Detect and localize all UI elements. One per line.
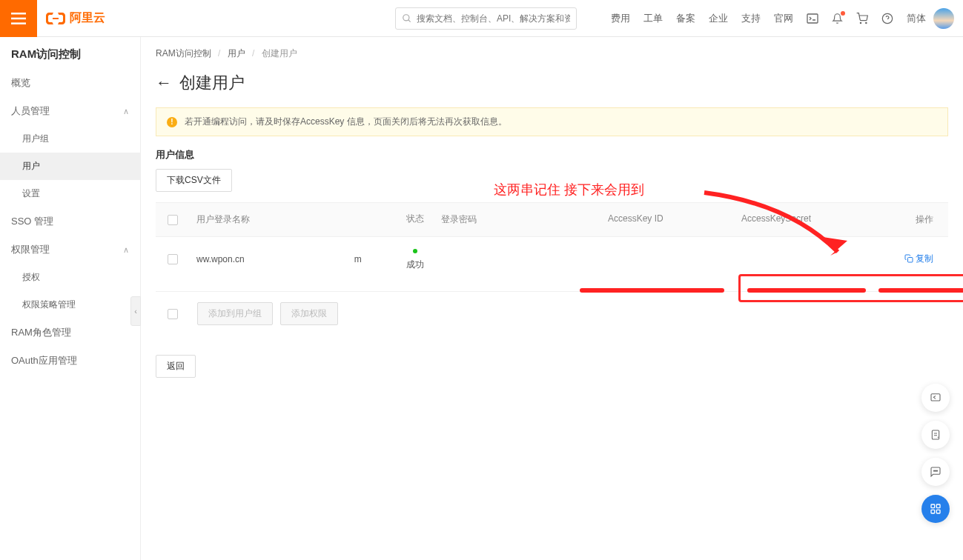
nav-ticket[interactable]: 工单	[643, 12, 663, 25]
float-buttons	[921, 384, 950, 523]
warning-icon: !	[167, 117, 177, 127]
sidebar-item-policy[interactable]: 权限策略管理	[0, 291, 140, 319]
alert-text: 若开通编程访问，请及时保存AccessKey 信息，页面关闭后将无法再次获取信息…	[185, 116, 507, 128]
logo[interactable]: 阿里云	[46, 10, 105, 26]
sidebar-item-perm[interactable]: 权限管理∧	[0, 236, 140, 264]
sidebar-item-oauth[interactable]: OAuth应用管理	[0, 347, 140, 375]
header-checkbox[interactable]	[168, 215, 178, 225]
svg-rect-16	[931, 504, 935, 508]
notification-dot	[841, 11, 845, 16]
search-icon	[402, 13, 412, 24]
logo-text: 阿里云	[70, 10, 105, 26]
chevron-up-icon: ∧	[123, 245, 129, 255]
float-back-button[interactable]	[921, 384, 950, 412]
table-head: 用户登录名称 状态 登录密码 AccessKey ID AccessKeySec…	[156, 202, 948, 237]
cart-button[interactable]	[856, 13, 868, 24]
th-op: 操作	[897, 203, 948, 236]
sidebar-collapse-button[interactable]: ‹	[130, 296, 141, 326]
section-title: 用户信息	[156, 148, 948, 161]
back-square-icon	[929, 392, 942, 404]
add-to-group-button[interactable]: 添加到用户组	[197, 302, 273, 325]
top-header: 阿里云 费用 工单 备案 企业 支持 官网 简体	[0, 0, 963, 37]
breadcrumb-l2[interactable]: 用户	[228, 48, 245, 59]
table-row: ww.wpon.cnhiddenm 成功 复制	[156, 237, 948, 281]
page-title: 创建用户	[179, 72, 245, 94]
sidebar-item-settings[interactable]: 设置	[0, 180, 140, 207]
float-doc-button[interactable]	[921, 421, 950, 449]
download-csv-button[interactable]: 下载CSV文件	[156, 169, 232, 192]
sidebar-item-user[interactable]: 用户	[0, 153, 140, 180]
chat-icon	[929, 466, 942, 478]
document-icon	[930, 428, 942, 441]
svg-point-15	[936, 470, 937, 471]
apps-icon	[930, 503, 942, 515]
sidebar-item-people[interactable]: 人员管理∧	[0, 97, 140, 125]
cell-username: ww.wpon.cnhiddenm	[189, 244, 397, 275]
page-title-row: ← 创建用户	[156, 72, 948, 94]
cell-op: 复制	[897, 242, 948, 276]
svg-rect-17	[936, 504, 940, 508]
return-button[interactable]: 返回	[156, 355, 196, 378]
notifications-button[interactable]	[832, 13, 843, 24]
breadcrumb: RAM访问控制 / 用户 / 创建用户	[156, 47, 948, 60]
search-input[interactable]	[417, 13, 570, 24]
action-row: 添加到用户组 添加权限	[156, 291, 948, 325]
svg-point-6	[860, 22, 861, 23]
copy-button[interactable]: 复制	[904, 253, 933, 265]
svg-line-4	[408, 19, 411, 21]
sidebar: RAM访问控制 概览 人员管理∧ 用户组 用户 设置 SSO 管理 权限管理∧ …	[0, 37, 141, 560]
th-status: 状态	[397, 203, 434, 236]
cart-icon	[856, 13, 868, 24]
cell-aksec	[734, 249, 897, 270]
svg-point-13	[933, 470, 934, 471]
cell-password	[434, 249, 600, 270]
nav-enterprise[interactable]: 企业	[709, 12, 728, 25]
aliyun-logo-icon	[46, 11, 65, 26]
sidebar-item-overview[interactable]: 概览	[0, 69, 140, 97]
bulk-checkbox[interactable]	[168, 309, 178, 319]
th-name: 用户登录名称	[189, 203, 397, 236]
hamburger-menu-button[interactable]	[0, 0, 37, 37]
svg-point-3	[403, 14, 409, 20]
avatar[interactable]	[933, 8, 954, 29]
float-chat-button[interactable]	[921, 458, 950, 486]
add-perm-button[interactable]: 添加权限	[280, 302, 338, 325]
svg-point-14	[935, 470, 936, 471]
sidebar-title: RAM访问控制	[0, 37, 140, 69]
annotation-text: 这两串记住 接下来会用到	[494, 181, 644, 199]
th-akid: AccessKey ID	[600, 203, 734, 236]
cell-status: 成功	[397, 237, 434, 281]
svg-rect-18	[931, 510, 935, 513]
nav-website[interactable]: 官网	[774, 12, 793, 25]
nav-icp[interactable]: 备案	[676, 12, 695, 25]
svg-rect-19	[936, 510, 940, 513]
th-password: 登录密码	[434, 203, 600, 236]
sidebar-item-grant[interactable]: 授权	[0, 264, 140, 291]
svg-point-7	[866, 22, 867, 23]
svg-rect-11	[931, 394, 940, 401]
main-content: RAM访问控制 / 用户 / 创建用户 ← 创建用户 ! 若开通编程访问，请及时…	[141, 37, 963, 560]
copy-icon	[904, 254, 913, 263]
svg-rect-5	[807, 14, 818, 23]
status-dot-icon	[413, 249, 417, 253]
svg-rect-9	[908, 258, 913, 263]
sidebar-item-sso[interactable]: SSO 管理	[0, 207, 140, 236]
breadcrumb-l1[interactable]: RAM访问控制	[156, 48, 211, 59]
alert-bar: ! 若开通编程访问，请及时保存AccessKey 信息，页面关闭后将无法再次获取…	[156, 107, 948, 136]
help-button[interactable]	[881, 13, 893, 24]
chevron-up-icon: ∧	[123, 107, 129, 116]
top-nav: 费用 工单 备案 企业 支持 官网 简体	[611, 12, 926, 25]
nav-support[interactable]: 支持	[741, 12, 761, 25]
row-checkbox[interactable]	[168, 254, 178, 264]
float-apps-button[interactable]	[921, 495, 950, 523]
back-arrow[interactable]: ←	[156, 73, 172, 93]
svg-rect-12	[932, 430, 939, 439]
sidebar-item-usergroup[interactable]: 用户组	[0, 125, 140, 153]
terminal-icon[interactable]	[807, 13, 818, 24]
nav-fee[interactable]: 费用	[611, 12, 630, 25]
sidebar-item-role[interactable]: RAM角色管理	[0, 319, 140, 347]
lang-switch[interactable]: 简体	[907, 12, 926, 25]
search-box[interactable]	[395, 7, 577, 30]
breadcrumb-l3: 创建用户	[262, 48, 297, 59]
svg-point-8	[882, 13, 892, 23]
